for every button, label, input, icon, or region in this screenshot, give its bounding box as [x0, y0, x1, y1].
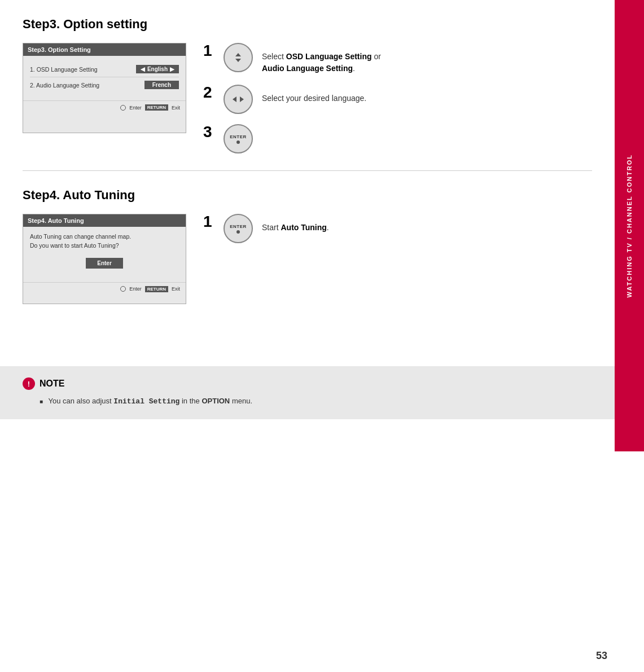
mockup3-row2: 2. Audio Language Setting French	[30, 77, 179, 93]
note-text-mid: in the	[182, 397, 201, 405]
footer4-dot	[120, 286, 126, 292]
step4-title: Step4. Auto Tuning	[23, 188, 592, 203]
mockup4-title: Step4. Auto Tuning	[23, 214, 186, 227]
mockup3-french-value: French	[152, 82, 171, 88]
footer3-enter: Enter	[129, 105, 142, 111]
arrow-down-icon	[235, 59, 241, 62]
step4-section: Step4. Auto Tuning Step4. Auto Tuning Au…	[23, 188, 592, 321]
mockup4-text-line1: Auto Tuning can change channel map.	[30, 233, 131, 240]
step3-text1: Select OSD Language Setting or Audio Lan…	[262, 43, 381, 74]
step3-item2: 2 Select your desired language.	[203, 85, 381, 114]
step4-content: Step4. Auto Tuning Auto Tuning can chang…	[23, 214, 592, 304]
right-arrow-icon: ▶	[170, 66, 174, 72]
note-text-before: You can also adjust	[48, 397, 113, 405]
ud-button[interactable]	[224, 43, 253, 72]
enter-dot-icon	[236, 140, 240, 144]
step4-steps: 1 ENTER Start Auto Tuning.	[203, 214, 329, 243]
step3-item3: 3 ENTER	[203, 124, 381, 153]
mockup3-french-btn[interactable]: French	[144, 81, 179, 89]
mockup4-footer: Enter RETURN Exit	[23, 282, 186, 296]
mockup3-footer: Enter RETURN Exit	[23, 100, 186, 114]
osd-setting-bold: OSD Language Setting	[286, 52, 372, 61]
left-arrow-icon: ◀	[141, 66, 145, 72]
mockup3-title: Step3. Option Setting	[23, 43, 186, 56]
note-header: ! NOTE	[23, 377, 592, 390]
note-initial-setting: Initial Setting	[113, 397, 179, 406]
note-icon-text: !	[28, 380, 30, 388]
lr-button[interactable]	[224, 85, 253, 114]
footer4-return[interactable]: RETURN	[145, 286, 168, 292]
sidebar-label: WATCHING TV / CHANNEL CONTROL	[626, 154, 633, 297]
footer3-return[interactable]: RETURN	[145, 104, 168, 111]
audio-setting-bold: Audio Language Setting	[262, 64, 353, 73]
step4-enter-button[interactable]: ENTER	[224, 214, 253, 243]
mockup3-row2-label: 2. Audio Language Setting	[30, 82, 99, 89]
step3-mockup: Step3. Option Setting 1. OSD Language Se…	[23, 43, 186, 133]
footer4-enter: Enter	[129, 286, 142, 292]
note-option: OPTION	[201, 397, 230, 405]
step4-num1: 1	[203, 214, 214, 230]
auto-tuning-bold: Auto Tuning	[281, 223, 326, 232]
step3-steps: 1 Select OSD Language Setting or Audio L…	[203, 43, 381, 153]
step3-num2: 2	[203, 85, 214, 100]
bullet-icon: ■	[40, 398, 43, 405]
mockup3-english-btn[interactable]: ◀ English ▶	[136, 65, 179, 73]
step3-content: Step3. Option Setting 1. OSD Language Se…	[23, 43, 592, 153]
step4-enter-dot-icon	[236, 230, 240, 234]
mockup4-text: Auto Tuning can change channel map. Do y…	[30, 232, 179, 251]
note-title: NOTE	[40, 379, 64, 389]
arrow-right-icon	[240, 96, 244, 102]
page-number: 53	[596, 650, 607, 662]
step3-item1: 1 Select OSD Language Setting or Audio L…	[203, 43, 381, 74]
step4-mockup: Step4. Auto Tuning Auto Tuning can chang…	[23, 214, 186, 304]
step4-item1: 1 ENTER Start Auto Tuning.	[203, 214, 329, 243]
step4-enter-label: ENTER	[230, 224, 247, 229]
mockup3-row1-label: 1. OSD Language Setting	[30, 66, 98, 73]
step3-section: Step3. Option setting Step3. Option Sett…	[23, 17, 592, 171]
step4-text1: Start Auto Tuning.	[262, 214, 329, 234]
mockup3-row1: 1. OSD Language Setting ◀ English ▶	[30, 62, 179, 77]
note-section: ! NOTE ■ You can also adjust Initial Set…	[0, 366, 615, 419]
step3-text2: Select your desired language.	[262, 85, 366, 104]
arrow-left-icon	[233, 96, 236, 102]
footer3-exit: Exit	[172, 105, 180, 111]
enter-button[interactable]: ENTER	[224, 124, 253, 153]
enter-label: ENTER	[230, 134, 247, 139]
step3-num3: 3	[203, 124, 214, 140]
mockup4-enter-btn[interactable]: Enter	[86, 258, 123, 269]
mockup3-english-value: English	[147, 66, 168, 72]
footer4-exit: Exit	[172, 286, 180, 292]
step3-text2-content: Select your desired language.	[262, 94, 366, 103]
mockup4-text-line2: Do you want to start Auto Tuning?	[30, 242, 119, 249]
sidebar: WATCHING TV / CHANNEL CONTROL	[615, 0, 644, 451]
note-icon: !	[23, 377, 35, 390]
step3-title: Step3. Option setting	[23, 17, 592, 32]
footer3-dot	[120, 105, 126, 111]
arrow-up-icon	[235, 53, 241, 56]
step3-num1: 1	[203, 43, 214, 59]
note-body: ■ You can also adjust Initial Setting in…	[23, 396, 592, 408]
note-text-after: menu.	[232, 397, 252, 405]
